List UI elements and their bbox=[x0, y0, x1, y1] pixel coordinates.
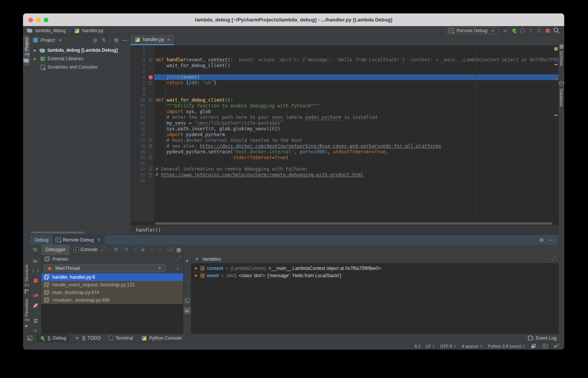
code-token[interactable]: is installed bbox=[341, 115, 377, 120]
code-text[interactable] bbox=[154, 69, 558, 74]
code-token[interactable]: ) bbox=[286, 155, 289, 160]
code-token[interactable]: # see also: bbox=[155, 143, 200, 149]
close-icon[interactable] bbox=[96, 237, 102, 243]
fold-end-icon[interactable] bbox=[149, 156, 152, 159]
breadcrumb-method[interactable]: handler() bbox=[136, 227, 161, 233]
code-token[interactable] bbox=[155, 132, 167, 137]
code-token[interactable]: sys.path.insert( bbox=[155, 126, 211, 131]
debug-session-tab[interactable]: Remote Debug bbox=[53, 235, 105, 245]
variable-row[interactable]: ▶event = {dict} <class 'dict'>: {'messag… bbox=[191, 272, 558, 279]
code-token[interactable]: , bbox=[294, 149, 299, 154]
breakpoint-icon[interactable] bbox=[149, 75, 153, 79]
chevron-down-icon[interactable] bbox=[57, 37, 63, 43]
rerun-icon[interactable] bbox=[32, 247, 38, 253]
code-token[interactable]: pydev_pycharm bbox=[305, 115, 341, 120]
scrollbar-thumb[interactable] bbox=[155, 222, 552, 225]
pause-button[interactable] bbox=[32, 268, 39, 274]
code-token[interactable]: # bbox=[155, 172, 161, 177]
event-log-button[interactable]: Event Log bbox=[524, 334, 560, 342]
code-token[interactable]: def bbox=[155, 97, 167, 103]
code-token[interactable] bbox=[155, 120, 167, 126]
code-text[interactable]: # see also: https://docs.docker.com/desk… bbox=[154, 143, 558, 149]
fold-end-icon[interactable] bbox=[149, 81, 152, 85]
code-token[interactable]: (where bbox=[283, 115, 305, 120]
gutter-marker[interactable] bbox=[147, 115, 154, 120]
move-watch-down-button[interactable] bbox=[184, 287, 191, 294]
code-token[interactable]: # General information on remote debuggin… bbox=[155, 166, 308, 172]
code-token[interactable]: , glob.glob(my_venv)[ bbox=[214, 126, 272, 131]
caret-position[interactable]: 6:1 bbox=[415, 344, 420, 348]
code-token[interactable]: wait_for_debug_client() bbox=[155, 63, 230, 68]
file-status-indicator[interactable] bbox=[554, 47, 558, 51]
gutter-marker[interactable] bbox=[147, 120, 154, 126]
code-text[interactable] bbox=[154, 178, 558, 184]
tool-windows-icon[interactable] bbox=[28, 336, 32, 340]
code-token[interactable]: stdoutToServer bbox=[333, 149, 372, 154]
code-token[interactable]: (): bbox=[225, 97, 233, 103]
gutter-marker[interactable] bbox=[147, 138, 154, 143]
duplicate-watch-button[interactable] bbox=[184, 297, 191, 304]
gutter-marker[interactable] bbox=[147, 149, 154, 155]
code-token[interactable]: 'host.docker.internal' bbox=[233, 149, 294, 154]
warning-stripe-mark[interactable] bbox=[554, 115, 558, 116]
gutter-marker[interactable] bbox=[147, 166, 154, 172]
gutter-marker[interactable] bbox=[147, 74, 154, 80]
add-watch-button[interactable] bbox=[184, 257, 191, 264]
mute-breakpoints-button[interactable] bbox=[32, 302, 39, 309]
code-token[interactable]: """Utility function to enable debugging … bbox=[155, 103, 319, 108]
code-token[interactable]: (event, bbox=[186, 57, 208, 62]
code-token[interactable]: sys, glob bbox=[183, 109, 211, 114]
code-token[interactable]: 0 bbox=[211, 126, 214, 131]
restore-layout-button[interactable] bbox=[32, 317, 39, 324]
run-to-cursor-button[interactable] bbox=[164, 246, 173, 253]
step-out-button[interactable] bbox=[156, 246, 164, 253]
status-segment[interactable]: Python 3.8 (venv)⇕ bbox=[488, 344, 525, 348]
code-token[interactable]: True bbox=[375, 149, 386, 154]
coverage-button[interactable] bbox=[527, 27, 535, 35]
code-token[interactable]: my_venv bbox=[167, 120, 186, 126]
tool-button-favorites[interactable]: 2: Favorites bbox=[23, 297, 30, 331]
code-token[interactable]: 19891 bbox=[314, 149, 327, 154]
tree-item[interactable]: Scratches and Consoles bbox=[30, 63, 130, 71]
tab-debugger[interactable]: Debugger bbox=[41, 245, 69, 255]
hamburger-icon[interactable] bbox=[194, 256, 200, 262]
code-token[interactable]: /lib/python*/site-packages" bbox=[208, 120, 283, 126]
run-configurations-button[interactable] bbox=[535, 27, 543, 35]
code-token[interactable]: } bbox=[214, 80, 216, 85]
more-button[interactable] bbox=[32, 327, 39, 334]
breadcrumb-project[interactable]: lambda_debug bbox=[35, 28, 66, 33]
fold-start-icon[interactable] bbox=[149, 58, 152, 61]
previous-frame-icon[interactable] bbox=[167, 265, 173, 271]
tree-item[interactable]: ▶lambda_debug [Lambda Debug] bbox=[30, 46, 130, 54]
stop-button[interactable] bbox=[543, 27, 552, 35]
move-watch-up-button[interactable] bbox=[184, 277, 191, 284]
fold-end-icon[interactable] bbox=[149, 145, 152, 148]
code-text[interactable] bbox=[154, 51, 558, 57]
gutter-marker[interactable] bbox=[147, 126, 154, 132]
editor-breadcrumb[interactable]: handler() bbox=[130, 225, 558, 235]
hide-panel-icon[interactable] bbox=[548, 237, 554, 243]
code-text[interactable]: sys.path.insert(0, glob.glob(my_venv)[0]… bbox=[154, 126, 558, 132]
evaluate-on-demand-button[interactable] bbox=[184, 307, 191, 314]
code-text[interactable]: def wait_for_debug_client(): bbox=[154, 97, 558, 103]
step-into-my-code-button[interactable] bbox=[147, 246, 156, 253]
gutter-marker[interactable] bbox=[147, 80, 154, 86]
gutter-marker[interactable] bbox=[147, 46, 154, 51]
code-token[interactable]: = bbox=[372, 149, 375, 154]
minimize-window-button[interactable] bbox=[36, 18, 41, 22]
code-text[interactable]: pydevd_pycharm.settrace('host.docker.int… bbox=[154, 149, 558, 155]
stack-frame[interactable]: handle_event_request, bootstrap.py:131 bbox=[41, 281, 183, 289]
code-text[interactable] bbox=[154, 46, 558, 51]
gutter-marker[interactable] bbox=[147, 143, 154, 149]
gutter-marker[interactable] bbox=[147, 69, 154, 74]
sync-question-icon[interactable] bbox=[553, 343, 560, 349]
tool-button-project[interactable]: 1: Project bbox=[23, 35, 30, 66]
code-text[interactable]: import pydevd_pycharm bbox=[154, 132, 558, 138]
force-step-into-button[interactable] bbox=[139, 246, 147, 253]
code-text[interactable]: # https://www.jetbrains.com/help/pycharm… bbox=[154, 172, 558, 178]
stack-frame[interactable]: <module>, bootstrap.py:486 bbox=[41, 296, 183, 304]
locate-file-icon[interactable] bbox=[92, 37, 98, 43]
editor-tab-handler-py[interactable]: handler.py × bbox=[130, 35, 174, 45]
status-segment[interactable]: LF⇕ bbox=[426, 344, 435, 348]
tool-button-database[interactable]: Database bbox=[558, 78, 564, 109]
